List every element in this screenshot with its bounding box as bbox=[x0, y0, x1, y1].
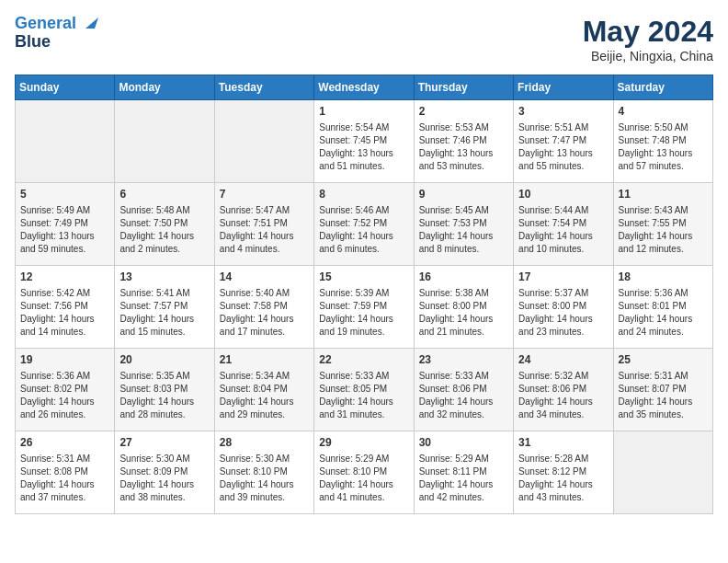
day-number: 24 bbox=[518, 352, 608, 368]
day-number: 3 bbox=[518, 104, 608, 120]
day-cell: 1Sunrise: 5:54 AM Sunset: 7:45 PM Daylig… bbox=[314, 100, 414, 183]
header-friday: Friday bbox=[514, 75, 613, 100]
day-number: 27 bbox=[119, 435, 209, 451]
day-cell: 15Sunrise: 5:39 AM Sunset: 7:59 PM Dayli… bbox=[314, 266, 414, 349]
day-cell: 21Sunrise: 5:34 AM Sunset: 8:04 PM Dayli… bbox=[214, 349, 313, 431]
day-info: Sunrise: 5:31 AM Sunset: 8:08 PM Dayligh… bbox=[20, 453, 109, 504]
day-info: Sunrise: 5:31 AM Sunset: 8:07 PM Dayligh… bbox=[619, 370, 708, 421]
day-info: Sunrise: 5:32 AM Sunset: 8:06 PM Dayligh… bbox=[518, 370, 608, 421]
day-info: Sunrise: 5:40 AM Sunset: 7:58 PM Dayligh… bbox=[220, 287, 309, 339]
header-saturday: Saturday bbox=[613, 75, 712, 100]
header-monday: Monday bbox=[115, 75, 214, 100]
header-thursday: Thursday bbox=[414, 75, 513, 100]
day-info: Sunrise: 5:28 AM Sunset: 8:12 PM Dayligh… bbox=[518, 453, 608, 504]
day-number: 21 bbox=[220, 352, 309, 368]
day-number: 14 bbox=[220, 270, 309, 285]
calendar-table: SundayMondayTuesdayWednesdayThursdayFrid… bbox=[15, 75, 713, 514]
day-number: 1 bbox=[319, 104, 408, 120]
day-number: 28 bbox=[220, 435, 309, 451]
week-row-4: 19Sunrise: 5:36 AM Sunset: 8:02 PM Dayli… bbox=[16, 349, 713, 431]
day-number: 8 bbox=[319, 187, 408, 202]
day-cell: 24Sunrise: 5:32 AM Sunset: 8:06 PM Dayli… bbox=[514, 349, 613, 431]
day-number: 5 bbox=[20, 187, 109, 202]
day-cell: 28Sunrise: 5:30 AM Sunset: 8:10 PM Dayli… bbox=[214, 431, 313, 514]
day-info: Sunrise: 5:36 AM Sunset: 8:02 PM Dayligh… bbox=[20, 370, 109, 421]
week-row-3: 12Sunrise: 5:42 AM Sunset: 7:56 PM Dayli… bbox=[16, 266, 713, 349]
day-number: 12 bbox=[20, 270, 109, 285]
day-cell: 18Sunrise: 5:36 AM Sunset: 8:01 PM Dayli… bbox=[613, 266, 712, 349]
day-cell: 17Sunrise: 5:37 AM Sunset: 8:00 PM Dayli… bbox=[514, 266, 613, 349]
logo-text-general: General bbox=[15, 15, 76, 33]
day-number: 18 bbox=[619, 270, 708, 285]
day-info: Sunrise: 5:29 AM Sunset: 8:10 PM Dayligh… bbox=[319, 453, 408, 504]
day-info: Sunrise: 5:42 AM Sunset: 7:56 PM Dayligh… bbox=[20, 287, 109, 339]
day-cell: 9Sunrise: 5:45 AM Sunset: 7:53 PM Daylig… bbox=[414, 183, 513, 266]
day-cell: 5Sunrise: 5:49 AM Sunset: 7:49 PM Daylig… bbox=[16, 183, 115, 266]
day-info: Sunrise: 5:46 AM Sunset: 7:52 PM Dayligh… bbox=[319, 204, 408, 256]
day-number: 23 bbox=[419, 352, 508, 368]
day-info: Sunrise: 5:45 AM Sunset: 7:53 PM Dayligh… bbox=[419, 204, 508, 256]
day-cell: 25Sunrise: 5:31 AM Sunset: 8:07 PM Dayli… bbox=[613, 349, 712, 431]
day-cell: 8Sunrise: 5:46 AM Sunset: 7:52 PM Daylig… bbox=[314, 183, 414, 266]
day-info: Sunrise: 5:50 AM Sunset: 7:48 PM Dayligh… bbox=[619, 121, 708, 173]
day-info: Sunrise: 5:33 AM Sunset: 8:06 PM Dayligh… bbox=[419, 370, 508, 421]
day-info: Sunrise: 5:51 AM Sunset: 7:47 PM Dayligh… bbox=[518, 121, 608, 173]
day-cell: 13Sunrise: 5:41 AM Sunset: 7:57 PM Dayli… bbox=[115, 266, 214, 349]
day-cell: 20Sunrise: 5:35 AM Sunset: 8:03 PM Dayli… bbox=[115, 349, 214, 431]
day-number: 16 bbox=[419, 270, 508, 285]
day-cell: 2Sunrise: 5:53 AM Sunset: 7:46 PM Daylig… bbox=[414, 100, 513, 183]
day-cell: 7Sunrise: 5:47 AM Sunset: 7:51 PM Daylig… bbox=[214, 183, 313, 266]
location: Beijie, Ningxia, China bbox=[583, 49, 713, 63]
logo-text-blue: Blue bbox=[15, 33, 51, 52]
day-number: 20 bbox=[119, 352, 209, 368]
day-number: 22 bbox=[319, 352, 408, 368]
page-header: General Blue May 2024 Beijie, Ningxia, C… bbox=[15, 15, 713, 63]
day-cell bbox=[16, 100, 115, 183]
day-info: Sunrise: 5:35 AM Sunset: 8:03 PM Dayligh… bbox=[119, 370, 209, 421]
day-info: Sunrise: 5:36 AM Sunset: 8:01 PM Dayligh… bbox=[619, 287, 708, 339]
day-cell bbox=[613, 431, 712, 514]
day-info: Sunrise: 5:44 AM Sunset: 7:54 PM Dayligh… bbox=[518, 204, 608, 256]
day-number: 25 bbox=[619, 352, 708, 368]
day-info: Sunrise: 5:38 AM Sunset: 8:00 PM Dayligh… bbox=[419, 287, 508, 339]
day-info: Sunrise: 5:53 AM Sunset: 7:46 PM Dayligh… bbox=[419, 121, 508, 173]
day-cell: 11Sunrise: 5:43 AM Sunset: 7:55 PM Dayli… bbox=[613, 183, 712, 266]
day-cell: 27Sunrise: 5:30 AM Sunset: 8:09 PM Dayli… bbox=[115, 431, 214, 514]
day-cell: 23Sunrise: 5:33 AM Sunset: 8:06 PM Dayli… bbox=[414, 349, 513, 431]
day-cell: 16Sunrise: 5:38 AM Sunset: 8:00 PM Dayli… bbox=[414, 266, 513, 349]
day-info: Sunrise: 5:30 AM Sunset: 8:10 PM Dayligh… bbox=[220, 453, 309, 504]
day-cell: 29Sunrise: 5:29 AM Sunset: 8:10 PM Dayli… bbox=[314, 431, 414, 514]
day-number: 10 bbox=[518, 187, 608, 202]
day-number: 9 bbox=[419, 187, 508, 202]
day-number: 19 bbox=[20, 352, 109, 368]
svg-marker-0 bbox=[85, 17, 98, 29]
day-info: Sunrise: 5:29 AM Sunset: 8:11 PM Dayligh… bbox=[419, 453, 508, 504]
day-info: Sunrise: 5:43 AM Sunset: 7:55 PM Dayligh… bbox=[619, 204, 708, 256]
day-info: Sunrise: 5:54 AM Sunset: 7:45 PM Dayligh… bbox=[319, 121, 408, 173]
day-number: 6 bbox=[119, 187, 209, 202]
day-info: Sunrise: 5:48 AM Sunset: 7:50 PM Dayligh… bbox=[119, 204, 209, 256]
day-cell: 26Sunrise: 5:31 AM Sunset: 8:08 PM Dayli… bbox=[16, 431, 115, 514]
day-cell: 6Sunrise: 5:48 AM Sunset: 7:50 PM Daylig… bbox=[115, 183, 214, 266]
day-number: 15 bbox=[319, 270, 408, 285]
header-tuesday: Tuesday bbox=[214, 75, 313, 100]
day-number: 30 bbox=[419, 435, 508, 451]
month-title: May 2024 bbox=[583, 15, 713, 49]
day-info: Sunrise: 5:33 AM Sunset: 8:05 PM Dayligh… bbox=[319, 370, 408, 421]
day-number: 11 bbox=[619, 187, 708, 202]
title-block: May 2024 Beijie, Ningxia, China bbox=[583, 15, 713, 63]
day-cell: 19Sunrise: 5:36 AM Sunset: 8:02 PM Dayli… bbox=[16, 349, 115, 431]
day-info: Sunrise: 5:37 AM Sunset: 8:00 PM Dayligh… bbox=[518, 287, 608, 339]
day-info: Sunrise: 5:41 AM Sunset: 7:57 PM Dayligh… bbox=[119, 287, 209, 339]
day-number: 26 bbox=[20, 435, 109, 451]
day-cell bbox=[115, 100, 214, 183]
day-cell: 31Sunrise: 5:28 AM Sunset: 8:12 PM Dayli… bbox=[514, 431, 613, 514]
day-info: Sunrise: 5:34 AM Sunset: 8:04 PM Dayligh… bbox=[220, 370, 309, 421]
week-row-1: 1Sunrise: 5:54 AM Sunset: 7:45 PM Daylig… bbox=[16, 100, 713, 183]
week-row-2: 5Sunrise: 5:49 AM Sunset: 7:49 PM Daylig… bbox=[16, 183, 713, 266]
day-number: 2 bbox=[419, 104, 508, 120]
day-cell: 30Sunrise: 5:29 AM Sunset: 8:11 PM Dayli… bbox=[414, 431, 513, 514]
day-info: Sunrise: 5:30 AM Sunset: 8:09 PM Dayligh… bbox=[119, 453, 209, 504]
day-info: Sunrise: 5:39 AM Sunset: 7:59 PM Dayligh… bbox=[319, 287, 408, 339]
day-cell: 14Sunrise: 5:40 AM Sunset: 7:58 PM Dayli… bbox=[214, 266, 313, 349]
